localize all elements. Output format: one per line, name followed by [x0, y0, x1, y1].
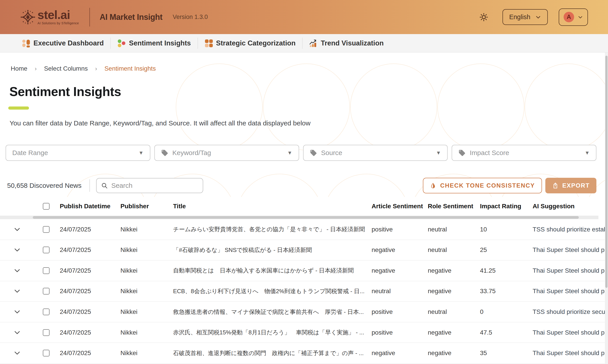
export-label: EXPORT	[562, 182, 590, 189]
nav-strategic-categorization[interactable]: Strategic Categorization	[205, 39, 296, 47]
cell-impact-rating: 41.25	[476, 267, 529, 274]
cell-publisher: Nikkei	[116, 350, 169, 357]
toolbar-divider	[89, 179, 90, 192]
cell-article-sentiment: neutral	[368, 287, 424, 295]
row-checkbox[interactable]	[43, 309, 50, 315]
cell-article-sentiment: positive	[368, 308, 424, 315]
cell-ai-suggestion: Thai Super Steel should pr	[529, 350, 608, 357]
expand-row-icon[interactable]	[13, 226, 36, 233]
row-checkbox[interactable]	[43, 329, 50, 336]
sentiment-insights-icon	[117, 39, 126, 47]
cell-impact-rating: 25	[476, 246, 529, 254]
select-all-checkbox[interactable]	[43, 203, 50, 210]
filter-date-range[interactable]: Date Range ▼	[6, 145, 150, 161]
table-row: 24/07/2025 Nikkei 自動車関税とは 日本が輸入する米国車にはかか…	[0, 260, 608, 281]
cell-role-sentiment: negative	[424, 329, 476, 336]
cell-publisher: Nikkei	[116, 246, 169, 254]
cell-impact-rating: 0	[476, 308, 529, 315]
nav-label: Sentiment Insights	[129, 39, 191, 47]
breadcrumb-separator: ›	[35, 65, 37, 72]
cell-publish-datetime: 24/07/2025	[56, 287, 116, 295]
export-button[interactable]: EXPORT	[545, 178, 596, 193]
row-checkbox[interactable]	[43, 267, 50, 274]
expand-row-icon[interactable]	[13, 246, 36, 254]
table-row: 24/07/2025 Nikkei チームみらい安野貴博党首、各党との協力「是々…	[0, 219, 608, 240]
nav-label: Trend Visualization	[321, 39, 384, 47]
stelai-logo-icon	[21, 10, 35, 25]
expand-row-icon[interactable]	[13, 287, 36, 295]
theme-toggle-sun-icon[interactable]	[479, 13, 488, 22]
page-title: Sentiment Insights	[9, 85, 608, 98]
cell-publish-datetime: 24/07/2025	[56, 226, 116, 233]
col-publisher: Publisher	[116, 203, 169, 210]
expand-row-icon[interactable]	[13, 329, 36, 336]
expand-row-icon[interactable]	[13, 349, 36, 357]
cell-title: ECB、8会合ぶり利下げ見送りへ 物価2%到達もトランプ関税警戒 - 日...	[169, 287, 368, 295]
cell-role-sentiment: neutral	[424, 246, 476, 254]
check-tone-label: CHECK TONE CONSISTENCY	[440, 182, 535, 189]
cell-ai-suggestion: Thai Super Steel should pr	[529, 267, 608, 274]
account-menu[interactable]: A	[559, 9, 588, 26]
filter-label: Source	[321, 149, 342, 156]
vertical-scrollbar-thumb[interactable]	[605, 56, 608, 288]
table-row: 24/07/2025 Nikkei 赤沢氏、相互関税15%発動「8月1日だろう」…	[0, 322, 608, 343]
news-table: Publish Datetime Publisher Title Article…	[0, 197, 608, 364]
executive-dashboard-icon	[22, 39, 30, 47]
cell-impact-rating: 35	[476, 350, 529, 357]
search-input[interactable]	[111, 182, 198, 189]
chevron-down-icon	[578, 14, 583, 20]
col-article-sentiment: Article Sentiment	[368, 203, 424, 210]
filter-impact-score[interactable]: Impact Score ▼	[452, 145, 596, 161]
avatar: A	[564, 12, 574, 22]
app-title: AI Market Insight	[100, 13, 163, 22]
nav-executive-dashboard[interactable]: Executive Dashboard	[22, 39, 104, 47]
header-divider	[89, 8, 90, 26]
vertical-scrollbar[interactable]	[605, 52, 608, 364]
breadcrumb-home[interactable]: Home	[11, 65, 28, 72]
filter-row: Date Range ▼ Keyword/Tag ▼ Source ▼ Impa…	[6, 145, 596, 161]
col-title: Title	[169, 203, 368, 210]
language-selector[interactable]: English	[502, 9, 548, 25]
table-row: 24/07/2025 Nikkei ECB、8会合ぶり利下げ見送りへ 物価2%到…	[0, 281, 608, 302]
search-icon	[101, 182, 108, 189]
row-checkbox[interactable]	[43, 350, 50, 356]
breadcrumb-current: Sentiment Insights	[104, 65, 156, 72]
cell-publisher: Nikkei	[116, 226, 169, 233]
nav-trend-visualization[interactable]: Trend Visualization	[309, 39, 384, 47]
table-row: 24/07/2025 Nikkei 救急搬送患者の情報、マイナ保険証で病院と事前…	[0, 302, 608, 322]
row-checkbox[interactable]	[43, 288, 50, 295]
cell-ai-suggestion: TSS should prioritize estab	[529, 226, 608, 233]
expand-row-icon[interactable]	[13, 308, 36, 316]
breadcrumb-select-columns[interactable]: Select Columns	[44, 65, 88, 72]
check-tone-consistency-button[interactable]: CHECK TONE CONSISTENCY	[423, 178, 542, 193]
cell-role-sentiment: negative	[424, 287, 476, 295]
row-checkbox[interactable]	[43, 226, 50, 233]
title-accent-bar	[8, 106, 29, 110]
main-nav: Executive Dashboard Sentiment Insights S…	[0, 34, 608, 52]
expand-row-icon[interactable]	[13, 267, 36, 274]
cell-title: 救急搬送患者の情報、マイナ保険証で病院と事前共有へ 厚労省 - 日本...	[169, 308, 368, 316]
tag-icon	[458, 149, 466, 156]
col-publish-datetime: Publish Datetime	[56, 203, 116, 210]
cell-publish-datetime: 24/07/2025	[56, 246, 116, 254]
filter-keyword-tag[interactable]: Keyword/Tag ▼	[154, 145, 299, 161]
logo[interactable]: stel.ai AI Solutions by STelligence	[21, 9, 79, 25]
table-toolbar: 50,658 Discovered News CHECK TONE CONSIS…	[7, 178, 596, 193]
cell-title: 「#石破辞めるな」 SNSで投稿広がる - 日本経済新聞	[169, 246, 368, 254]
nav-sentiment-insights[interactable]: Sentiment Insights	[117, 39, 191, 47]
filter-label: Impact Score	[470, 149, 509, 156]
cell-impact-rating: 47.5	[476, 329, 529, 336]
filter-label: Date Range	[12, 149, 48, 156]
cell-publisher: Nikkei	[116, 308, 169, 315]
horizontal-scrollbar[interactable]	[0, 216, 598, 219]
cell-title: 石破茂首相、進退判断に複数の関門 政権内に「補正予算まで」の声 - ...	[169, 349, 368, 357]
logo-text: stel.ai	[38, 9, 79, 20]
horizontal-scrollbar-thumb[interactable]	[33, 216, 579, 219]
caret-down-icon: ▼	[585, 150, 590, 156]
cell-publisher: Nikkei	[116, 329, 169, 336]
row-checkbox[interactable]	[43, 247, 50, 253]
cell-title: チームみらい安野貴博党首、各党との協力「是々非々で」 - 日本経済新聞	[169, 225, 368, 233]
tag-icon	[161, 149, 168, 156]
cell-role-sentiment: neutral	[424, 226, 476, 233]
filter-source[interactable]: Source ▼	[303, 145, 448, 161]
